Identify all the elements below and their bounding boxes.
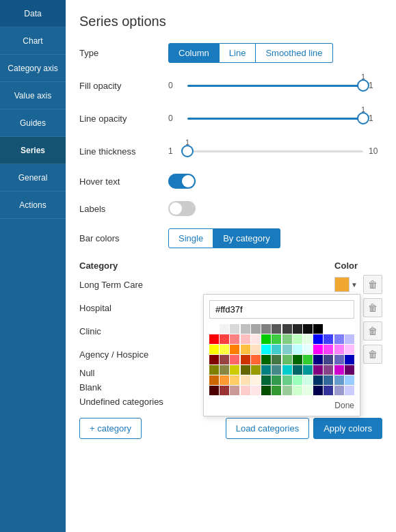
color-cell[interactable] <box>272 355 281 364</box>
sidebar-item-chart[interactable]: Chart <box>0 27 66 55</box>
color-cell[interactable] <box>293 365 302 375</box>
color-cell[interactable] <box>220 334 229 344</box>
color-cell[interactable] <box>209 324 219 334</box>
load-categories-button[interactable]: Load categories <box>226 418 310 439</box>
color-cell[interactable] <box>282 324 292 334</box>
color-cell[interactable] <box>345 345 354 354</box>
color-cell[interactable] <box>251 355 261 364</box>
color-cell[interactable] <box>261 365 271 375</box>
line-thickness-slider[interactable]: 1 <box>187 141 363 161</box>
color-cell[interactable] <box>230 345 239 354</box>
bar-color-category-button[interactable]: By category <box>213 228 280 248</box>
color-cell[interactable] <box>209 334 219 344</box>
cat-color-btn-long-term-care[interactable]: ▼ <box>334 277 358 292</box>
color-cell[interactable] <box>303 375 313 385</box>
color-cell[interactable] <box>230 334 239 344</box>
color-cell[interactable] <box>272 365 281 375</box>
color-cell[interactable] <box>272 324 281 334</box>
color-cell[interactable] <box>241 334 250 344</box>
color-cell[interactable] <box>303 345 313 354</box>
color-cell[interactable] <box>282 334 292 344</box>
color-cell[interactable] <box>220 355 229 364</box>
color-cell[interactable] <box>303 386 313 395</box>
color-cell[interactable] <box>334 365 344 375</box>
color-cell[interactable] <box>303 355 313 364</box>
color-cell[interactable] <box>334 375 344 385</box>
color-hex-input[interactable] <box>209 300 354 319</box>
line-opacity-thumb[interactable] <box>357 112 369 124</box>
type-line-button[interactable]: Line <box>220 43 256 63</box>
delete-btn-clinic[interactable]: 🗑 <box>363 321 382 341</box>
sidebar-item-guides[interactable]: Guides <box>0 109 66 137</box>
color-cell[interactable] <box>230 324 239 334</box>
color-cell[interactable] <box>230 355 239 364</box>
sidebar-item-category-axis[interactable]: Category axis <box>0 55 66 82</box>
sidebar-item-actions[interactable]: Actions <box>0 191 66 219</box>
color-cell[interactable] <box>345 375 354 385</box>
color-cell[interactable] <box>241 386 250 395</box>
add-category-button[interactable]: + category <box>79 418 142 439</box>
color-cell[interactable] <box>251 386 261 395</box>
color-cell[interactable] <box>293 375 302 385</box>
color-cell[interactable] <box>220 345 229 354</box>
color-cell[interactable] <box>209 365 219 375</box>
color-cell[interactable] <box>345 324 354 334</box>
color-cell[interactable] <box>251 334 261 344</box>
color-cell[interactable] <box>241 345 250 354</box>
color-cell[interactable] <box>261 345 271 354</box>
apply-colors-button[interactable]: Apply colors <box>313 418 382 439</box>
color-cell[interactable] <box>324 334 333 344</box>
color-cell[interactable] <box>241 365 250 375</box>
color-cell[interactable] <box>313 375 323 385</box>
color-cell[interactable] <box>324 345 333 354</box>
color-cell[interactable] <box>324 355 333 364</box>
line-opacity-slider[interactable]: 1 <box>187 108 363 129</box>
color-cell[interactable] <box>251 365 261 375</box>
color-cell[interactable] <box>293 345 302 354</box>
color-cell[interactable] <box>324 375 333 385</box>
color-cell[interactable] <box>220 386 229 395</box>
color-cell[interactable] <box>220 375 229 385</box>
color-cell[interactable] <box>230 365 239 375</box>
sidebar-item-data[interactable]: Data <box>0 0 66 27</box>
color-cell[interactable] <box>230 386 239 395</box>
color-cell[interactable] <box>293 334 302 344</box>
color-cell[interactable] <box>261 375 271 385</box>
color-cell[interactable] <box>251 345 261 354</box>
color-cell[interactable] <box>313 365 323 375</box>
color-cell[interactable] <box>324 324 333 334</box>
hover-text-toggle[interactable] <box>168 174 196 189</box>
color-cell[interactable] <box>313 345 323 354</box>
color-cell[interactable] <box>261 324 271 334</box>
type-smoothed-button[interactable]: Smoothed line <box>256 43 332 63</box>
fill-opacity-thumb[interactable] <box>357 79 369 92</box>
color-cell[interactable] <box>272 334 281 344</box>
color-cell[interactable] <box>334 345 344 354</box>
color-cell[interactable] <box>209 375 219 385</box>
color-cell[interactable] <box>324 386 333 395</box>
fill-opacity-slider[interactable]: 1 <box>187 75 363 96</box>
sidebar-item-series[interactable]: Series <box>0 137 66 164</box>
color-cell[interactable] <box>345 365 354 375</box>
color-cell[interactable] <box>313 324 323 334</box>
color-cell[interactable] <box>293 355 302 364</box>
color-cell[interactable] <box>209 345 219 354</box>
sidebar-item-value-axis[interactable]: Value axis <box>0 82 66 109</box>
color-cell[interactable] <box>220 365 229 375</box>
type-column-button[interactable]: Column <box>168 43 220 63</box>
color-cell[interactable] <box>282 386 292 395</box>
color-cell[interactable] <box>209 386 219 395</box>
color-cell[interactable] <box>334 355 344 364</box>
sidebar-item-general[interactable]: General <box>0 164 66 191</box>
color-cell[interactable] <box>272 345 281 354</box>
color-cell[interactable] <box>303 324 313 334</box>
color-cell[interactable] <box>272 386 281 395</box>
color-cell[interactable] <box>334 386 344 395</box>
color-cell[interactable] <box>345 355 354 364</box>
color-picker-done[interactable]: Done <box>209 401 354 410</box>
color-cell[interactable] <box>313 334 323 344</box>
color-cell[interactable] <box>220 324 229 334</box>
color-cell[interactable] <box>345 334 354 344</box>
color-cell[interactable] <box>334 324 344 334</box>
color-cell[interactable] <box>241 375 250 385</box>
